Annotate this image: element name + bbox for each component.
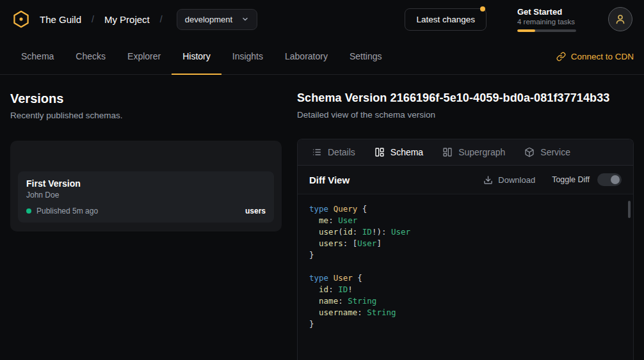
version-detail-column: Schema Version 2166196f-5e10-4059-bd0a-0… — [297, 91, 634, 360]
detail-tabs: Details Schema — [298, 139, 633, 166]
nav-tab-laboratory[interactable]: Laboratory — [274, 38, 339, 74]
main-content: Versions Recently published schemas. Fir… — [0, 75, 644, 360]
supergraph-icon — [442, 147, 453, 157]
published-status-dot — [26, 208, 31, 214]
versions-card: First Version John Doe Published 5m ago … — [10, 141, 282, 231]
download-icon — [483, 175, 493, 185]
version-status: Published 5m ago — [36, 207, 98, 215]
nav-tab-history[interactable]: History — [172, 38, 221, 74]
detail-tab-schema-label: Schema — [390, 147, 423, 157]
versions-title: Versions — [10, 91, 282, 106]
list-icon — [312, 147, 322, 157]
version-name: First Version — [26, 178, 266, 189]
version-meta: Published 5m ago users — [26, 207, 266, 215]
hive-logo-icon[interactable] — [12, 10, 31, 29]
version-list-item[interactable]: First Version John Doe Published 5m ago … — [18, 171, 274, 223]
switch-knob — [611, 175, 620, 184]
download-label: Download — [498, 175, 535, 185]
diff-header: Diff View Download Toggle D — [298, 166, 633, 194]
detail-tab-details[interactable]: Details — [312, 147, 355, 157]
progress-fill — [517, 29, 535, 32]
chevron-down-icon — [241, 15, 249, 23]
version-author: John Doe — [26, 191, 266, 200]
breadcrumb: The Guild / My Project / development — [12, 9, 257, 30]
detail-tab-details-label: Details — [328, 147, 355, 157]
latest-changes-button[interactable]: Latest changes — [405, 8, 487, 31]
code-scrollbar-thumb[interactable] — [628, 201, 631, 218]
nav-tab-schema[interactable]: Schema — [10, 38, 65, 74]
project-link[interactable]: My Project — [104, 14, 150, 25]
schema-version-subtitle: Detailed view of the schema version — [297, 110, 634, 120]
get-started-widget[interactable]: Get Started 4 remaining tasks — [517, 7, 576, 32]
connect-to-cdn-link[interactable]: Connect to CDN — [556, 38, 634, 74]
service-icon — [524, 147, 535, 157]
versions-subtitle: Recently published schemas. — [10, 111, 282, 120]
environment-value: development — [185, 15, 232, 24]
download-button[interactable]: Download — [483, 175, 535, 185]
user-icon — [615, 13, 626, 25]
main-nav: Schema Checks Explorer History Insights … — [0, 38, 644, 75]
latest-changes-label: Latest changes — [416, 15, 475, 24]
versions-column: Versions Recently published schemas. Fir… — [10, 91, 282, 360]
code-block: type Query { me: User user(id: ID!): Use… — [298, 194, 633, 360]
nav-tab-insights[interactable]: Insights — [221, 38, 274, 74]
get-started-subtitle: 4 remaining tasks — [517, 18, 576, 26]
breadcrumb-separator: / — [90, 14, 95, 24]
link-icon — [556, 52, 566, 61]
version-detail-panel: Details Schema — [297, 139, 634, 360]
notification-dot — [480, 6, 485, 12]
org-link[interactable]: The Guild — [40, 14, 81, 25]
top-header: The Guild / My Project / development Lat… — [0, 0, 644, 38]
nav-tab-settings[interactable]: Settings — [339, 38, 393, 74]
avatar-button[interactable] — [608, 7, 632, 31]
breadcrumb-separator: / — [159, 14, 164, 24]
environment-select[interactable]: development — [177, 9, 257, 30]
detail-tab-service[interactable]: Service — [524, 147, 570, 157]
diff-view-title: Diff View — [309, 175, 350, 185]
connect-to-cdn-label: Connect to CDN — [571, 52, 634, 61]
toggle-diff-label: Toggle Diff — [552, 175, 590, 184]
diff-actions: Download Toggle Diff — [483, 173, 622, 186]
toggle-diff-group: Toggle Diff — [552, 173, 622, 186]
detail-tab-supergraph[interactable]: Supergraph — [442, 147, 505, 157]
schema-version-title: Schema Version 2166196f-5e10-4059-bd0a-0… — [297, 91, 634, 105]
detail-tab-schema[interactable]: Schema — [374, 147, 423, 157]
version-service-badge: users — [245, 207, 266, 215]
detail-tab-service-label: Service — [540, 147, 570, 157]
header-right: Latest changes Get Started 4 remaining t… — [405, 7, 632, 32]
nav-tab-checks[interactable]: Checks — [65, 38, 117, 74]
get-started-progress-bar — [517, 29, 576, 32]
nav-tab-explorer[interactable]: Explorer — [117, 38, 172, 74]
detail-tab-supergraph-label: Supergraph — [458, 147, 505, 157]
schema-icon — [374, 147, 385, 157]
get-started-title: Get Started — [517, 7, 576, 17]
code-lines: type Query { me: User user(id: ID!): Use… — [309, 203, 622, 330]
toggle-diff-switch[interactable] — [597, 173, 622, 186]
